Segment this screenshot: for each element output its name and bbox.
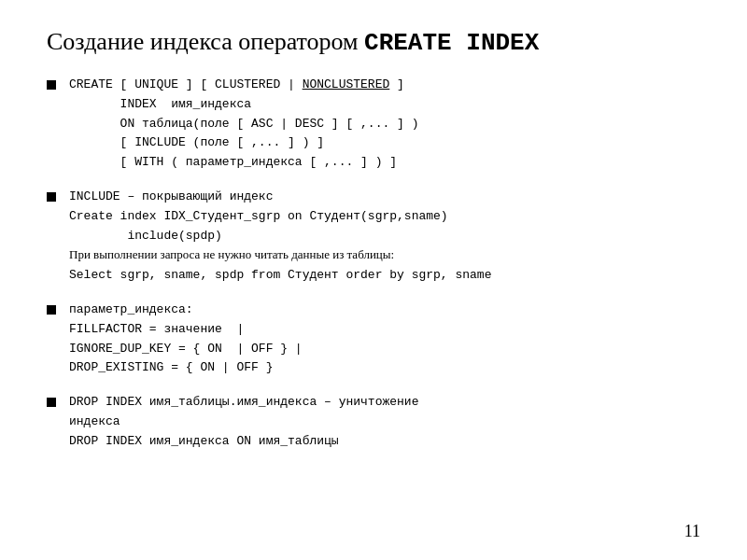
bullet-4-content: DROP INDEX имя_таблицы.имя_индекса – уни…: [69, 393, 418, 451]
title-text-before: Создание индекса оператором: [47, 28, 364, 55]
bullet-2-content: INCLUDE – покрывающий индекс Create inde…: [69, 188, 491, 286]
list-item: INCLUDE – покрывающий индекс Create inde…: [47, 188, 700, 286]
list-item: CREATE [ UNIQUE ] [ CLUSTERED | NONCLUST…: [47, 76, 700, 173]
bullet-1-content: CREATE [ UNIQUE ] [ CLUSTERED | NONCLUST…: [69, 76, 418, 173]
bullet-icon: [47, 398, 56, 407]
page-number: 11: [684, 522, 700, 541]
normal-text-1: При выполнении запроса не нужно читать д…: [69, 247, 394, 261]
content-list: CREATE [ UNIQUE ] [ CLUSTERED | NONCLUST…: [47, 76, 700, 452]
bullet-icon: [47, 192, 56, 202]
page-title: Создание индекса оператором CREATE INDEX: [47, 28, 700, 57]
bullet-3-content: параметр_индекса: FILLFACTOR = значение …: [69, 301, 303, 378]
list-item: параметр_индекса: FILLFACTOR = значение …: [47, 301, 700, 378]
bullet-icon: [47, 305, 56, 315]
nonclustered-text: NONCLUSTERED: [303, 77, 390, 91]
bullet-icon: [47, 80, 56, 90]
title-code: CREATE INDEX: [364, 29, 539, 57]
list-item: DROP INDEX имя_таблицы.имя_индекса – уни…: [47, 393, 700, 451]
slide-page: Создание индекса оператором CREATE INDEX…: [0, 0, 747, 560]
